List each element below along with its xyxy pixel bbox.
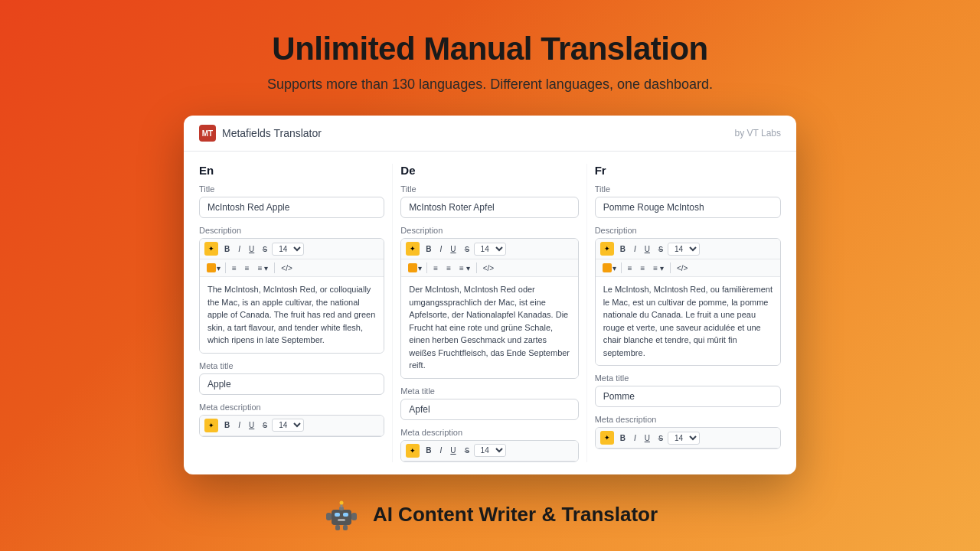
sep-fr [621,262,622,273]
svg-rect-10 [343,525,348,530]
meta-ai-btn-en[interactable]: ✦ [204,419,218,432]
meta-editor-de: ✦ B I U S̶ 14 [400,440,578,462]
meta-bold-en[interactable]: B [220,419,234,431]
bold-btn-fr[interactable]: B [616,243,629,255]
meta-underline-de[interactable]: U [446,445,459,456]
editor-content-en[interactable]: The McIntosh, McIntosh Red, or colloquia… [200,277,384,353]
meta-title-input-fr[interactable] [595,386,781,407]
meta-italic-de[interactable]: I [436,445,446,456]
editor-toolbar-fr: ✦ B I U S̶ 14 [596,239,780,259]
list-ul-en[interactable]: ≡ [228,262,240,274]
meta-underline-en[interactable]: U [245,419,258,431]
title-label-de: Title [400,184,578,194]
svg-rect-0 [332,510,351,525]
meta-ai-btn-fr[interactable]: ✦ [600,431,614,445]
meta-italic-fr[interactable]: I [630,432,640,444]
code-btn-de[interactable]: </> [479,262,498,274]
sep-de [426,262,427,273]
logo-icon: MT [199,125,216,142]
color-btn-fr[interactable]: ▾ [600,262,619,274]
svg-rect-2 [343,513,348,517]
code-btn-en[interactable]: </> [277,262,296,274]
list-ul-de[interactable]: ≡ [430,262,442,274]
editor-de: ✦ B I U S̶ 14 ▾ ≡ ≡ [400,238,578,379]
sep2-fr [670,262,671,273]
title-input-en[interactable] [199,197,384,218]
underline-btn-fr[interactable]: U [641,243,654,255]
meta-editor-toolbar-fr: ✦ B I U S̶ 14 [596,428,780,448]
header-section: Unlimited Manual Translation Supports mo… [252,0,728,108]
svg-rect-7 [326,513,332,520]
sep-en [225,262,226,273]
meta-ai-btn-de[interactable]: ✦ [406,444,420,458]
meta-title-label-de: Meta title [400,386,578,396]
meta-desc-label-de: Meta description [400,428,578,437]
list-ol-de[interactable]: ≡ [443,262,455,274]
underline-btn-de[interactable]: U [446,243,459,255]
ai-button-fr[interactable]: ✦ [600,242,614,256]
italic-btn-en[interactable]: I [234,243,244,255]
meta-bold-fr[interactable]: B [616,432,629,444]
font-size-fr[interactable]: 14 [668,243,700,256]
svg-rect-8 [351,513,357,520]
meta-font-size-fr[interactable]: 14 [668,432,700,445]
align-en[interactable]: ≡ ▾ [254,262,273,274]
color-swatch-en [207,263,216,272]
color-swatch-de [408,263,417,272]
meta-desc-label-fr: Meta description [595,415,781,424]
color-btn-de[interactable]: ▾ [406,262,424,274]
meta-font-size-en[interactable]: 14 [272,419,304,432]
meta-strike-de[interactable]: S̶ [461,445,473,456]
app-name: Metafields Translator [222,127,322,139]
column-de: De Title Description ✦ B I U S̶ 14 [393,164,586,462]
meta-underline-fr[interactable]: U [641,432,654,444]
list-ol-fr[interactable]: ≡ [637,262,649,274]
list-ol-en[interactable]: ≡ [241,262,253,274]
editor-en: ✦ B I U S̶ 14 ▾ ≡ ≡ [199,238,384,354]
desc-label-fr: Description [595,226,781,235]
color-btn-en[interactable]: ▾ [204,262,223,274]
lang-code-de: De [400,164,578,177]
meta-strike-en[interactable]: S̶ [259,419,271,431]
desc-label-en: Description [199,226,384,235]
toolbar-row2-en: ▾ ≡ ≡ ≡ ▾ </> [200,259,384,277]
meta-italic-en[interactable]: I [234,419,244,431]
ai-button-de[interactable]: ✦ [406,242,420,256]
list-ul-fr[interactable]: ≡ [624,262,636,274]
app-logo: MT Metafields Translator [199,125,322,142]
title-input-fr[interactable] [595,197,781,218]
meta-bold-de[interactable]: B [422,445,435,456]
italic-btn-de[interactable]: I [436,243,446,255]
meta-title-input-en[interactable] [199,373,384,395]
meta-strike-fr[interactable]: S̶ [655,432,667,444]
align-de[interactable]: ≡ ▾ [456,262,474,274]
meta-font-size-de[interactable]: 14 [474,444,506,457]
svg-rect-9 [335,525,340,530]
code-btn-fr[interactable]: </> [673,262,691,274]
editor-content-fr[interactable]: Le McIntosh, McIntosh Red, ou familièrem… [596,277,780,365]
ai-button-en[interactable]: ✦ [204,242,218,256]
sep2-de [476,262,477,273]
strike-btn-en[interactable]: S̶ [259,243,271,255]
app-window: MT Metafields Translator by VT Labs En T… [184,116,796,474]
sep2-en [274,262,275,273]
svg-point-6 [339,500,343,504]
title-label-en: Title [199,184,384,194]
font-size-de[interactable]: 14 [474,243,506,256]
underline-btn-en[interactable]: U [245,243,258,255]
editor-fr: ✦ B I U S̶ 14 ▾ ≡ ≡ [595,238,781,366]
font-size-en[interactable]: 14 [272,243,304,256]
meta-title-input-de[interactable] [400,399,578,420]
meta-editor-en: ✦ B I U S̶ 14 [199,415,384,437]
editor-toolbar-de: ✦ B I U S̶ 14 [401,239,577,259]
bold-btn-de[interactable]: B [422,243,435,255]
align-fr[interactable]: ≡ ▾ [649,262,668,274]
svg-rect-1 [335,513,340,517]
strike-btn-de[interactable]: S̶ [461,243,473,255]
editor-content-de[interactable]: Der McIntosh, McIntosh Red oder umgangss… [401,277,577,378]
app-header: MT Metafields Translator by VT Labs [184,116,796,152]
strike-btn-fr[interactable]: S̶ [655,243,667,255]
bold-btn-en[interactable]: B [220,243,234,255]
italic-btn-fr[interactable]: I [630,243,640,255]
title-input-de[interactable] [400,197,578,218]
